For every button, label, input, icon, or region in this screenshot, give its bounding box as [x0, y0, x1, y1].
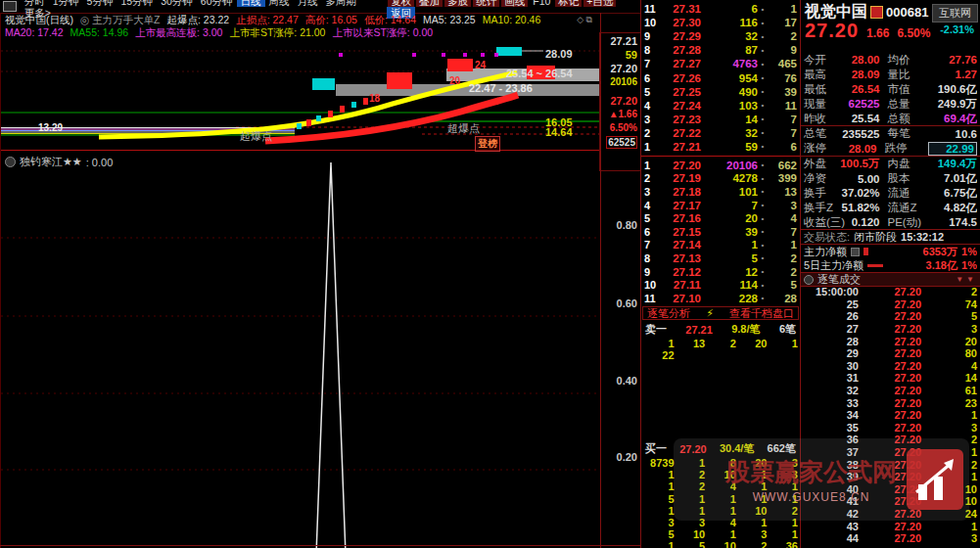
menu-item-period[interactable]: 1分钟 [49, 0, 83, 7]
buy-order-row[interactable]: 7 27.14 1 • 1 [641, 239, 800, 252]
chart-header-item: 上市以来ST涨停: 0.00 [332, 26, 433, 40]
menu-item-period[interactable]: 30分钟 [157, 0, 197, 7]
orders-grid-row: 22 [643, 349, 798, 361]
main-chart-canvas[interactable] [1, 39, 599, 150]
menu-item-tool[interactable]: 标记 [555, 0, 582, 7]
dot-icon: • [758, 128, 768, 137]
dot-icon: • [758, 174, 768, 183]
order-count: 11 [768, 100, 797, 112]
tick-analysis-link[interactable]: 逐笔分析 [647, 306, 690, 321]
sell-order-book: 11 27.31 6 • 1 10 27.30 116 • 17 9 27.29 [641, 2, 800, 154]
stock-change-pct: 6.50% [897, 26, 930, 40]
sell-one-summary[interactable]: 卖一 27.21 9.8/笔 6笔 [641, 323, 800, 336]
order-volume: 114 [701, 279, 758, 291]
buy-order-row[interactable]: 8 27.13 5 • 2 [641, 251, 800, 265]
sell-order-row[interactable]: 9 27.29 32 • 2 [641, 29, 800, 43]
buy-order-row[interactable]: 4 27.17 7 • 3 [641, 199, 800, 212]
stat-value: 22.99 [928, 142, 978, 156]
menu-item-period[interactable]: 周线 [265, 0, 294, 7]
sell-one-count: 6笔 [779, 322, 796, 337]
sell-order-row[interactable]: 1 27.21 59 • 6 [641, 140, 800, 154]
annotation-chaobaodian: 超爆点 [447, 121, 480, 136]
order-level: 9 [644, 266, 659, 278]
sell-order-row[interactable]: 10 27.30 116 • 17 [641, 16, 800, 29]
industry-change: -2.31% [940, 23, 974, 35]
sell-order-row[interactable]: 8 27.28 87 • 9 [641, 43, 800, 57]
order-volume: 20106 [701, 160, 758, 171]
dot-icon: • [758, 214, 768, 223]
tick-price: 27.20 [859, 521, 921, 532]
order-count: 3 [768, 200, 797, 211]
buy-order-row[interactable]: 5 27.16 20 • 4 [641, 211, 800, 225]
menu-item-tool[interactable]: 画线 [501, 0, 528, 7]
menu-item-period[interactable]: 5分钟 [83, 0, 117, 7]
stats-row: 换手Z 51.82% 流通Z 4.82亿 [801, 201, 980, 215]
menu-item-tool[interactable]: +自选 [583, 0, 616, 7]
sell-order-row[interactable]: 2 27.22 32 • 7 [641, 126, 800, 140]
dot-icon: • [758, 114, 768, 123]
sell-order-row[interactable]: 7 27.27 4763 • 465 [641, 57, 800, 70]
indicator-name: 独钓寒江★★ [20, 155, 82, 169]
indicator-label[interactable]: 独钓寒江★★ : 0.00 [5, 155, 113, 169]
menu-item-period[interactable]: 月线 [294, 0, 322, 7]
stat-label: 内盘 [880, 157, 931, 171]
order-volume: 39 [701, 226, 758, 238]
order-price: 27.27 [659, 58, 701, 69]
order-price: 27.18 [659, 186, 701, 198]
price-label-zone2: 22.47 - 23.86 [469, 82, 533, 94]
industry-button[interactable]: 互联网 [932, 4, 978, 23]
menu-item-period[interactable]: 15分钟 [117, 0, 157, 7]
tick-time: 43 [804, 521, 859, 532]
order-level: 10 [644, 17, 659, 28]
buy-order-row[interactable]: 1 27.20 20106 • 662 [641, 159, 800, 172]
menu-item-period[interactable]: 多周期 [322, 0, 361, 7]
buy-order-row[interactable]: 6 27.15 39 • 7 [641, 225, 800, 239]
order-level: 2 [644, 172, 659, 184]
chart-tool-icons[interactable]: ◇ ⧉ [577, 15, 592, 25]
order-volume: 4763 [701, 58, 758, 69]
app-window-icon[interactable] [3, 1, 17, 12]
buy-order-row[interactable]: 2 27.19 4278 • 399 [641, 172, 800, 186]
tick-volume: 5 [921, 310, 977, 322]
dot-icon: • [758, 32, 768, 41]
tick-volume: 80 [921, 347, 977, 359]
sell-order-row[interactable]: 6 27.26 954 • 76 [641, 70, 800, 84]
axis-tick-040: 0.40 [617, 375, 637, 387]
menu-item-tool[interactable]: 多股 [444, 0, 471, 7]
menu-item-tool[interactable]: 统计 [473, 0, 499, 7]
menu-item-tool[interactable]: 复权 [388, 0, 414, 7]
price-row: 27.20 1.66 6.50% [805, 20, 930, 42]
main-flow-row[interactable]: 主力净额 6353万 1% [801, 245, 980, 258]
sell-one-per-order: 9.8/笔 [731, 322, 760, 337]
stat-label: 跌停 [877, 141, 928, 156]
sell-order-row[interactable]: 5 27.25 490 • 39 [641, 85, 800, 99]
tick-volume: 14 [921, 372, 977, 384]
buy-order-row[interactable]: 11 27.10 228 • 28 [641, 292, 800, 305]
tick-trades-header[interactable]: 逐笔成交 ▼▼ [801, 272, 980, 287]
order-count: 7 [768, 114, 797, 125]
buy-order-row[interactable]: 10 27.11 114 • 5 [641, 278, 800, 292]
main-flow-5d-row[interactable]: 5日主力净额 3.18亿 1% [801, 258, 980, 272]
sell-order-row[interactable]: 11 27.31 6 • 1 [641, 2, 800, 16]
order-volume: 20 [701, 212, 758, 224]
menu-item-tool[interactable]: F10 [529, 0, 554, 7]
dot-icon: • [758, 73, 768, 82]
tick-price: 27.20 [859, 409, 921, 421]
tick-price: 27.20 [859, 385, 921, 396]
filter-icons[interactable]: ▼▼ [956, 275, 977, 284]
menu-item-period[interactable]: 分时 [21, 0, 49, 7]
tick-trade-row: 25 27.20 74 [801, 298, 980, 311]
sell-order-row[interactable]: 3 27.23 14 • 7 [641, 113, 800, 126]
indicator-chart-canvas[interactable] [1, 160, 599, 548]
menu-item-period[interactable]: 日线 [237, 0, 265, 7]
view-depth-link[interactable]: 查看千档盘口 [729, 306, 794, 321]
order-price: 27.28 [659, 44, 701, 56]
buy-order-row[interactable]: 3 27.18 101 • 13 [641, 185, 800, 199]
stats-row: 今开 28.00 均价 27.76 [801, 53, 980, 68]
flow-value: 3.18亿 [926, 258, 957, 273]
buy-order-row[interactable]: 9 27.12 12 • 2 [641, 265, 800, 279]
menu-item-period[interactable]: 60分钟 [197, 0, 237, 7]
sell-order-row[interactable]: 4 27.24 103 • 11 [641, 99, 800, 113]
tick-time: 31 [804, 372, 859, 384]
menu-item-tool[interactable]: 叠加 [416, 0, 443, 7]
